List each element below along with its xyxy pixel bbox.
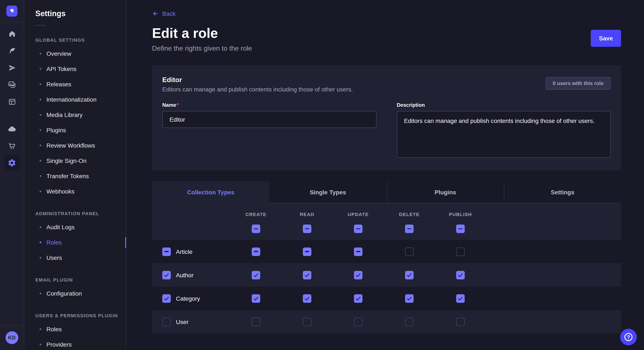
bullet-icon xyxy=(40,53,41,54)
settings-subnav: Settings GLOBAL SETTINGSOverviewAPI Toke… xyxy=(24,0,126,350)
author-row-checkbox[interactable] xyxy=(162,271,171,279)
nav-feather-button[interactable] xyxy=(4,43,20,58)
nav-images-button[interactable] xyxy=(4,77,20,92)
bullet-icon xyxy=(40,226,41,228)
tab-collection-types[interactable]: Collection Types xyxy=(152,181,270,203)
article-update-checkbox[interactable] xyxy=(354,247,362,256)
user-update-checkbox[interactable] xyxy=(354,318,362,326)
sidebar-item-label: Releases xyxy=(46,81,71,88)
sidebar-item-overview[interactable]: Overview xyxy=(24,46,126,61)
permissions-panel: CREATEREADUPDATEDELETEPUBLISH ArticleAut… xyxy=(152,203,621,334)
app-root: KD Settings GLOBAL SETTINGSOverviewAPI T… xyxy=(0,0,644,350)
sidebar-item-providers[interactable]: Providers xyxy=(24,337,126,350)
subnav-section-label: EMAIL PLUGIN xyxy=(35,277,126,282)
select-all-update-checkbox[interactable] xyxy=(354,224,362,233)
select-all-publish-checkbox[interactable] xyxy=(456,224,465,233)
user-avatar[interactable]: KD xyxy=(6,331,18,344)
sidebar-item-media-library[interactable]: Media Library xyxy=(24,107,126,123)
permissions-card: Collection TypesSingle TypesPluginsSetti… xyxy=(152,181,621,334)
nav-gear-button[interactable] xyxy=(4,155,20,171)
tab-plugins[interactable]: Plugins xyxy=(386,181,504,203)
sidebar-item-roles[interactable]: Roles xyxy=(24,322,126,337)
subnav-list: RolesProviders xyxy=(24,322,126,350)
article-read-checkbox[interactable] xyxy=(303,247,311,256)
sidebar-item-label: Users xyxy=(46,254,62,261)
nav-home-button[interactable] xyxy=(4,26,20,41)
bullet-icon xyxy=(40,293,41,294)
user-delete-checkbox[interactable] xyxy=(405,318,414,326)
author-delete-checkbox[interactable] xyxy=(405,271,414,279)
article-create-checkbox[interactable] xyxy=(252,247,260,256)
nav-cart-button[interactable] xyxy=(4,138,20,154)
user-create-checkbox[interactable] xyxy=(252,318,260,326)
nav-cloud-button[interactable] xyxy=(4,121,20,137)
sidebar-item-transfer-tokens[interactable]: Transfer Tokens xyxy=(24,169,126,184)
indeterminate-dash-icon xyxy=(458,228,462,229)
sidebar-item-audit-logs[interactable]: Audit Logs xyxy=(24,219,126,235)
sidebar-item-releases[interactable]: Releases xyxy=(24,77,126,92)
article-publish-checkbox[interactable] xyxy=(456,247,465,256)
sidebar-item-roles[interactable]: Roles xyxy=(24,235,126,250)
article-row-checkbox[interactable] xyxy=(162,247,171,256)
bullet-icon xyxy=(40,114,41,116)
article-delete-checkbox[interactable] xyxy=(405,247,414,256)
author-create-checkbox[interactable] xyxy=(252,271,260,279)
sidebar-item-label: Transfer Tokens xyxy=(46,173,89,179)
send-icon xyxy=(8,64,16,72)
role-description-textarea[interactable]: Editors can manage and publish contents … xyxy=(397,111,611,158)
tab-single-types[interactable]: Single Types xyxy=(270,181,387,203)
bullet-icon xyxy=(40,242,41,243)
sidebar-item-webhooks[interactable]: Webhooks xyxy=(24,184,126,199)
subnav-sections: GLOBAL SETTINGSOverviewAPI TokensRelease… xyxy=(24,37,126,350)
user-read-checkbox[interactable] xyxy=(303,318,311,326)
sidebar-item-label: Plugins xyxy=(46,127,66,134)
sidebar-item-review-workflows[interactable]: Review Workflows xyxy=(24,138,126,153)
role-heading: Editor xyxy=(162,76,353,84)
sidebar-item-users[interactable]: Users xyxy=(24,250,126,265)
bullet-icon xyxy=(40,190,41,192)
sidebar-item-internationalization[interactable]: Internationalization xyxy=(24,92,126,107)
author-publish-checkbox[interactable] xyxy=(456,271,465,279)
sidebar-item-configuration[interactable]: Configuration xyxy=(24,286,126,301)
cart-icon xyxy=(8,142,16,150)
user-row-checkbox[interactable] xyxy=(162,318,171,326)
strapi-logo-button[interactable] xyxy=(6,5,18,16)
help-button[interactable]: ? xyxy=(620,329,637,345)
column-header-delete: DELETE xyxy=(384,212,435,217)
subnav-list: Audit LogsRolesUsers xyxy=(24,219,126,265)
subnav-list: OverviewAPI TokensReleasesInternationali… xyxy=(24,46,126,199)
category-update-checkbox[interactable] xyxy=(354,294,362,303)
row-label: Article xyxy=(176,248,192,255)
nav-send-button[interactable] xyxy=(4,60,20,75)
category-delete-checkbox[interactable] xyxy=(405,294,414,303)
category-read-checkbox[interactable] xyxy=(303,294,311,303)
main-nav-rail: KD xyxy=(0,0,24,350)
back-link[interactable]: Back xyxy=(152,10,176,17)
tab-settings[interactable]: Settings xyxy=(504,181,621,203)
strapi-logo-icon xyxy=(8,7,15,15)
name-field-label: Name* xyxy=(162,102,376,108)
user-publish-checkbox[interactable] xyxy=(456,318,465,326)
category-create-checkbox[interactable] xyxy=(252,294,260,303)
role-heading-description: Editors can manage and publish contents … xyxy=(162,86,353,93)
role-name-input[interactable] xyxy=(162,111,376,128)
select-all-create-checkbox[interactable] xyxy=(252,224,260,233)
bullet-icon xyxy=(40,328,41,330)
indeterminate-dash-icon xyxy=(305,251,309,252)
name-label-text: Name xyxy=(162,102,176,108)
sidebar-item-single-sign-on[interactable]: Single Sign-On xyxy=(24,153,126,169)
author-read-checkbox[interactable] xyxy=(303,271,311,279)
category-row-checkbox[interactable] xyxy=(162,294,171,303)
nav-layout-button[interactable] xyxy=(4,94,20,109)
category-publish-checkbox[interactable] xyxy=(456,294,465,303)
select-all-read-checkbox[interactable] xyxy=(303,224,311,233)
indeterminate-dash-icon xyxy=(164,251,169,252)
save-button[interactable]: Save xyxy=(591,30,621,47)
permission-row-author: Author xyxy=(152,263,621,287)
author-update-checkbox[interactable] xyxy=(354,271,362,279)
sidebar-item-label: Roles xyxy=(46,239,62,246)
sidebar-item-plugins[interactable]: Plugins xyxy=(24,123,126,138)
sidebar-item-label: API Tokens xyxy=(46,65,76,72)
select-all-delete-checkbox[interactable] xyxy=(405,224,414,233)
sidebar-item-api-tokens[interactable]: API Tokens xyxy=(24,61,126,77)
